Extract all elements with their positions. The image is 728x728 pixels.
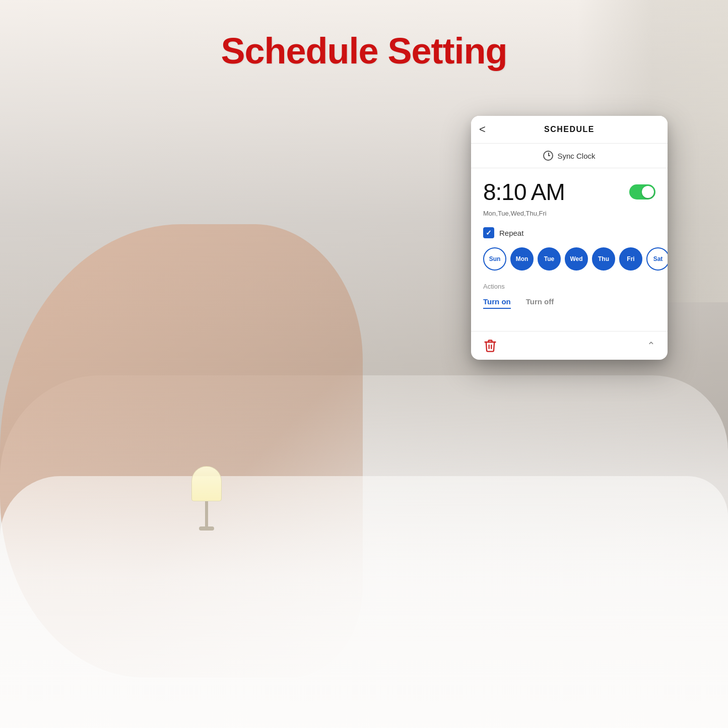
turn-off-button[interactable]: Turn off: [526, 295, 554, 309]
sync-clock-label: Sync Clock: [557, 152, 595, 160]
day-label-sat: Sat: [653, 255, 663, 262]
sync-clock-row[interactable]: Sync Clock: [471, 144, 668, 168]
day-label-thu: Thu: [598, 255, 609, 262]
card-title: SCHEDULE: [544, 125, 594, 134]
day-pill-mon[interactable]: Mon: [510, 247, 534, 271]
lamp-decoration: [186, 466, 227, 537]
day-label-wed: Wed: [570, 255, 582, 262]
schedule-toggle[interactable]: [629, 184, 655, 200]
actions-row: Turn on Turn off: [483, 295, 655, 309]
day-pill-sun[interactable]: Sun: [483, 247, 506, 271]
day-pill-tue[interactable]: Tue: [538, 247, 561, 271]
page-title: Schedule Setting: [0, 30, 728, 72]
repeat-label: Repeat: [499, 229, 523, 237]
back-button[interactable]: <: [479, 124, 486, 135]
days-row: Sun Mon Tue Wed Thu Fri Sa: [483, 247, 655, 271]
day-pill-wed[interactable]: Wed: [565, 247, 588, 271]
time-toggle-row: 8:10 AM: [483, 178, 655, 206]
day-pill-fri[interactable]: Fri: [619, 247, 642, 271]
bottom-row: ⌃: [471, 331, 668, 360]
lamp-base: [205, 501, 208, 526]
day-label-tue: Tue: [544, 255, 554, 262]
card-header: < SCHEDULE: [471, 116, 668, 144]
phone-card: < SCHEDULE Sync Clock 8:10 AM Mon,Tue,We…: [471, 116, 668, 360]
delete-button[interactable]: [483, 339, 497, 353]
lamp-foot: [199, 526, 214, 531]
repeat-row: ✓ Repeat: [483, 227, 655, 238]
checkmark-icon: ✓: [486, 229, 492, 236]
repeat-checkbox[interactable]: ✓: [483, 227, 494, 238]
day-pill-sat[interactable]: Sat: [646, 247, 668, 271]
turn-on-button[interactable]: Turn on: [483, 295, 511, 309]
day-label-mon: Mon: [516, 255, 528, 262]
days-summary: Mon,Tue,Wed,Thu,Fri: [483, 210, 655, 217]
day-pill-thu[interactable]: Thu: [592, 247, 615, 271]
schedule-content: 8:10 AM Mon,Tue,Wed,Thu,Fri ✓ Repeat Sun…: [471, 168, 668, 331]
bed-sheet: [0, 476, 728, 728]
actions-label: Actions: [483, 283, 655, 290]
day-label-fri: Fri: [627, 255, 634, 262]
collapse-button[interactable]: ⌃: [647, 340, 655, 352]
clock-sync-icon: [543, 151, 553, 161]
day-label-sun: Sun: [489, 255, 501, 262]
lamp-shade: [191, 466, 222, 501]
time-display[interactable]: 8:10 AM: [483, 178, 565, 206]
